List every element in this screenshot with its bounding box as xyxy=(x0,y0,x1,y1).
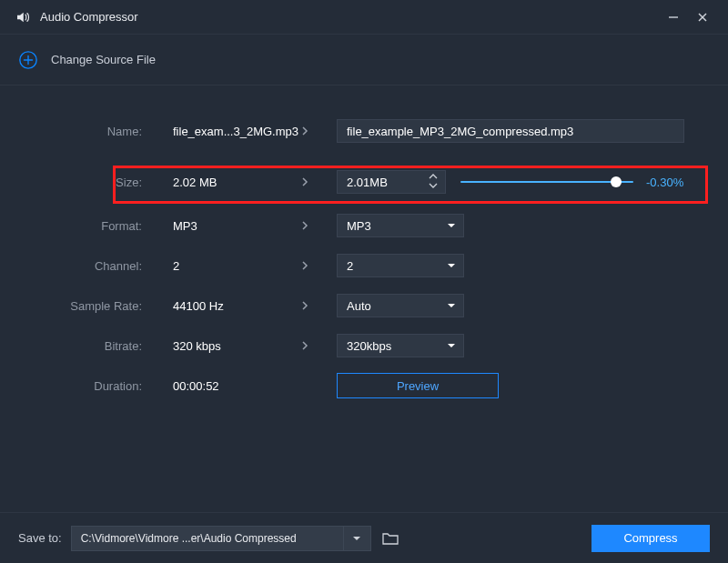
save-path-value: C:\Vidmore\Vidmore ...er\Audio Compresse… xyxy=(81,532,297,545)
orig-name: file_exam...3_2MG.mp3 xyxy=(155,125,300,138)
save-path-box[interactable]: C:\Vidmore\Vidmore ...er\Audio Compresse… xyxy=(71,526,344,551)
label-duration: Duration: xyxy=(0,379,155,393)
orig-bitrate: 320 kbps xyxy=(155,339,300,353)
plus-circle-icon xyxy=(18,50,38,70)
app-sound-icon xyxy=(15,9,31,25)
stepper-down-icon[interactable] xyxy=(429,182,438,189)
chevron-down-icon xyxy=(447,222,456,229)
close-button[interactable] xyxy=(688,5,717,30)
row-duration: Duration: 00:00:52 Preview xyxy=(0,366,728,406)
save-path-dropdown[interactable] xyxy=(344,526,371,551)
chevron-down-icon xyxy=(447,342,456,349)
size-slider[interactable] xyxy=(460,170,633,194)
footer: Save to: C:\Vidmore\Vidmore ...er\Audio … xyxy=(0,512,728,563)
change-source-label: Change Source File xyxy=(51,53,156,66)
stepper-up-icon[interactable] xyxy=(429,173,438,180)
channel-select-value: 2 xyxy=(347,259,353,273)
orig-format: MP3 xyxy=(155,219,300,233)
change-source-row[interactable]: Change Source File xyxy=(0,35,728,85)
label-size: Size: xyxy=(0,176,155,189)
bitrate-select-value: 320kbps xyxy=(347,339,391,353)
row-channel: Channel: 2 2 xyxy=(0,246,728,286)
folder-icon xyxy=(382,531,399,546)
orig-duration: 00:00:52 xyxy=(155,379,300,393)
minimize-button[interactable] xyxy=(659,5,688,30)
orig-channel: 2 xyxy=(155,259,300,273)
settings-form: Name: file_exam...3_2MG.mp3 Size: 2.02 M… xyxy=(0,85,728,406)
titlebar: Audio Compressor xyxy=(0,0,728,35)
compress-button[interactable]: Compress xyxy=(592,525,710,552)
sample-rate-select[interactable]: Auto xyxy=(337,294,464,317)
format-select-value: MP3 xyxy=(347,219,371,233)
orig-size: 2.02 MB xyxy=(155,176,300,189)
channel-select[interactable]: 2 xyxy=(337,254,464,277)
chevron-down-icon xyxy=(447,262,456,269)
sample-rate-select-value: Auto xyxy=(347,299,371,313)
label-channel: Channel: xyxy=(0,259,155,273)
chevron-down-icon xyxy=(447,302,456,309)
format-select[interactable]: MP3 xyxy=(337,214,464,237)
arrow-icon xyxy=(300,339,337,352)
bitrate-select[interactable]: 320kbps xyxy=(337,334,464,357)
label-bitrate: Bitrate: xyxy=(0,339,155,353)
label-name: Name: xyxy=(0,125,155,138)
window-title: Audio Compressor xyxy=(40,10,659,24)
arrow-icon xyxy=(300,125,337,137)
arrow-icon xyxy=(300,219,337,232)
row-size: Size: 2.02 MB 2.01MB -0.30% xyxy=(0,162,728,202)
label-sample-rate: Sample Rate: xyxy=(0,299,155,313)
orig-sample-rate: 44100 Hz xyxy=(155,299,300,313)
output-name-input[interactable] xyxy=(337,119,684,143)
open-folder-button[interactable] xyxy=(377,526,404,551)
row-format: Format: MP3 MP3 xyxy=(0,206,728,246)
size-pct: -0.30% xyxy=(646,176,683,189)
row-name: Name: file_exam...3_2MG.mp3 xyxy=(0,111,728,151)
arrow-icon xyxy=(300,299,337,312)
save-to-label: Save to: xyxy=(18,531,62,545)
row-bitrate: Bitrate: 320 kbps 320kbps xyxy=(0,326,728,366)
arrow-icon xyxy=(300,259,337,272)
output-size-stepper[interactable]: 2.01MB xyxy=(337,170,446,194)
row-sample-rate: Sample Rate: 44100 Hz Auto xyxy=(0,286,728,326)
preview-button[interactable]: Preview xyxy=(337,373,499,398)
arrow-icon xyxy=(300,176,337,188)
label-format: Format: xyxy=(0,219,155,233)
output-size-value: 2.01MB xyxy=(347,176,388,189)
